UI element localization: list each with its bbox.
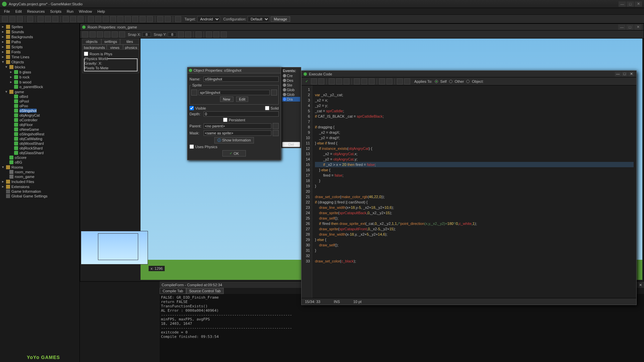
- path-button[interactable]: [110, 16, 116, 22]
- parent-browse-button[interactable]: [273, 123, 279, 129]
- room-button[interactable]: [147, 16, 153, 22]
- tree-item[interactable]: objGlassShard: [19, 151, 44, 155]
- tab-tiles[interactable]: tiles: [120, 39, 139, 45]
- extensions-button[interactable]: [165, 16, 171, 22]
- stop-button[interactable]: [52, 16, 58, 22]
- tab-objects[interactable]: objects: [82, 39, 101, 45]
- close-button[interactable]: ✕: [635, 1, 642, 7]
- room-max-button[interactable]: □: [626, 24, 634, 30]
- tree-fonts[interactable]: Fonts: [11, 50, 21, 54]
- code-min-button[interactable]: —: [615, 72, 621, 76]
- menu-window[interactable]: Window: [76, 9, 95, 14]
- code-tool[interactable]: [311, 78, 317, 84]
- tree-gameinfo[interactable]: Game Information: [11, 189, 41, 193]
- code-tool[interactable]: [318, 78, 324, 84]
- script-button[interactable]: [117, 16, 123, 22]
- tree-item[interactable]: oSlingshotRest: [19, 132, 44, 136]
- object-button[interactable]: [140, 16, 146, 22]
- depth-input[interactable]: [204, 111, 279, 117]
- show-info-button[interactable]: ⓘ Show Information: [214, 137, 254, 143]
- other-radio[interactable]: [449, 80, 452, 83]
- tree-item[interactable]: objWoodShard: [19, 141, 44, 145]
- tree-item[interactable]: objCatWaiting: [19, 137, 42, 141]
- tree-item[interactable]: objRockShard: [19, 146, 43, 150]
- visible-checkbox[interactable]: [190, 106, 194, 110]
- tree-item[interactable]: b rock: [19, 75, 30, 79]
- room-close-button[interactable]: ✕: [634, 24, 642, 30]
- tree-item[interactable]: b glass: [19, 70, 31, 74]
- find-button[interactable]: [379, 78, 385, 84]
- code-body[interactable]: var _x2,_y2,_cat;_x2 = x;_y2 = y;_cat = …: [312, 85, 636, 298]
- tree-item[interactable]: oBird: [19, 95, 28, 99]
- tree-item[interactable]: b wood: [19, 80, 31, 84]
- tree-item[interactable]: oController: [19, 118, 38, 122]
- mask-input[interactable]: [204, 130, 271, 136]
- tree-paths[interactable]: Paths: [11, 40, 21, 44]
- code-tool[interactable]: [404, 78, 410, 84]
- event-item[interactable]: Glob: [282, 92, 300, 97]
- tree-scripts[interactable]: Scripts: [11, 45, 23, 49]
- menu-scripts[interactable]: Scripts: [47, 9, 64, 14]
- tree-item[interactable]: o_parentBlock: [19, 85, 43, 89]
- uses-physics-checkbox[interactable]: [190, 144, 194, 149]
- code-max-button[interactable]: □: [622, 72, 628, 76]
- tb-icon[interactable]: [77, 16, 84, 22]
- room-tool[interactable]: [104, 32, 110, 38]
- settings-button[interactable]: [157, 16, 163, 22]
- save-button[interactable]: [17, 16, 23, 22]
- room-tool[interactable]: [97, 32, 103, 38]
- event-item[interactable]: Cre: [282, 73, 300, 78]
- font-button[interactable]: [125, 16, 131, 22]
- tree-rooms[interactable]: Rooms: [11, 165, 23, 169]
- open-project-button[interactable]: [9, 16, 15, 22]
- grid-button[interactable]: [178, 32, 184, 38]
- manage-button[interactable]: Manage: [271, 16, 290, 22]
- tree-item[interactable]: objFloor: [19, 123, 33, 127]
- debug-button[interactable]: [45, 16, 51, 22]
- zoom-in-button[interactable]: [221, 32, 227, 38]
- room-tool[interactable]: [112, 32, 118, 38]
- redo-button[interactable]: [343, 78, 350, 84]
- menu-edit[interactable]: Edit: [13, 9, 24, 14]
- room-physics-checkbox[interactable]: [84, 52, 88, 56]
- ok-button[interactable]: ✓OK: [222, 150, 246, 157]
- room-undo-button[interactable]: [90, 32, 96, 38]
- config-select[interactable]: Default: [248, 16, 269, 22]
- tb-icon[interactable]: [70, 16, 76, 22]
- tab-settings[interactable]: settings: [101, 39, 120, 45]
- tree-globals[interactable]: Global Game Settings: [11, 194, 48, 198]
- event-item[interactable]: Des: [282, 78, 300, 83]
- menu-resources[interactable]: Resources: [24, 9, 48, 14]
- room-minimap[interactable]: [81, 231, 148, 264]
- object-radio[interactable]: [466, 80, 470, 83]
- tree-extensions[interactable]: Extensions: [11, 185, 30, 189]
- source-control-tab[interactable]: Source Control Tab: [186, 288, 224, 294]
- code-header[interactable]: Execute Code — □ ✕: [302, 71, 636, 77]
- menu-run[interactable]: Run: [64, 9, 76, 14]
- solid-checkbox[interactable]: [265, 106, 269, 110]
- run-button[interactable]: [38, 16, 44, 22]
- room-tool[interactable]: [119, 32, 125, 38]
- paste-button[interactable]: [369, 78, 375, 84]
- snapx-input[interactable]: [142, 32, 151, 37]
- tree-item[interactable]: objAngryCat: [19, 113, 40, 117]
- sprite-edit-button[interactable]: Edit: [236, 97, 249, 102]
- sound-button[interactable]: [95, 16, 101, 22]
- objprops-header[interactable]: Object Properties: oSlingshot: [187, 67, 281, 73]
- zoom-reset-button[interactable]: [213, 32, 219, 38]
- tree-item[interactable]: oScore: [15, 156, 26, 160]
- delete-event-button[interactable]: Del: [282, 142, 300, 147]
- accept-button[interactable]: ✓: [304, 79, 310, 83]
- zoom-out-button[interactable]: [206, 32, 212, 38]
- event-item[interactable]: Ste: [282, 83, 300, 87]
- cut-button[interactable]: [354, 78, 360, 84]
- event-item[interactable]: Glob: [282, 87, 300, 92]
- compile-close-button[interactable]: ✕: [639, 283, 642, 287]
- undo-button[interactable]: [336, 78, 342, 84]
- tb-icon[interactable]: [63, 16, 69, 22]
- sprite-button[interactable]: [88, 16, 94, 22]
- tree-objects[interactable]: Objects: [11, 60, 24, 64]
- self-radio[interactable]: [435, 80, 438, 83]
- room-ok-button[interactable]: [82, 32, 88, 38]
- tree-timelines[interactable]: Time Lines: [11, 55, 29, 59]
